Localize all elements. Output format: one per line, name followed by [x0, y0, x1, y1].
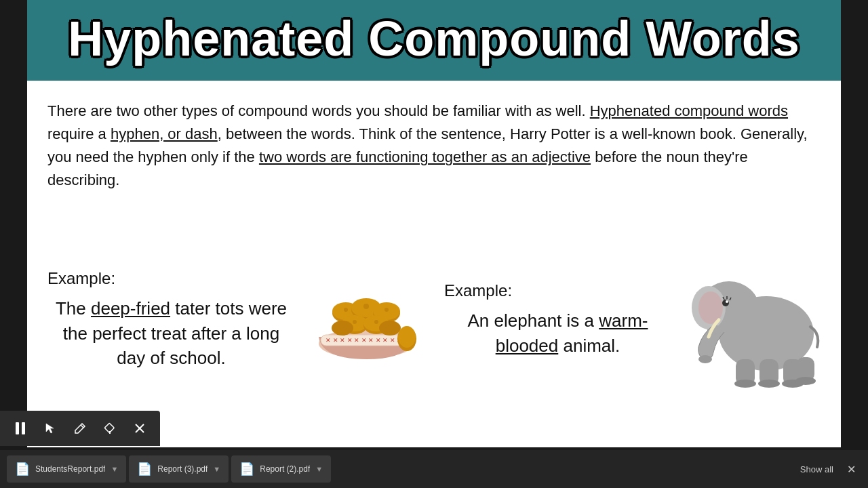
pdf-icon-red-1: 📄	[15, 462, 30, 476]
pdf-icon-red-2: 📄	[137, 462, 152, 476]
example-right-label: Example:	[444, 281, 671, 300]
svg-text:✕ ✕ ✕ ✕ ✕ ✕ ✕ ✕ ✕ ✕ ✕ ✕: ✕ ✕ ✕ ✕ ✕ ✕ ✕ ✕ ✕ ✕ ✕ ✕	[326, 337, 410, 344]
pen-icon	[74, 422, 86, 434]
close-icon	[134, 423, 145, 434]
taskbar-close-3[interactable]: ▼	[315, 465, 323, 473]
link-deep-fried[interactable]: deep-fried	[91, 298, 170, 319]
tater-tots-image: ✕ ✕ ✕ ✕ ✕ ✕ ✕ ✕ ✕ ✕ ✕ ✕	[309, 272, 424, 367]
taskbar-item-students-report[interactable]: 📄 StudentsReport.pdf ▼	[7, 455, 126, 483]
taskbar-close-2[interactable]: ▼	[213, 465, 220, 473]
taskbar-item-report-2[interactable]: 📄 Report (2).pdf ▼	[231, 455, 331, 483]
pdf-icon-blue-1: 📄	[239, 462, 254, 476]
highlighter-button[interactable]	[98, 416, 122, 441]
svg-point-13	[332, 321, 353, 336]
taskbar-close-1[interactable]: ▼	[111, 465, 118, 473]
svg-point-27	[722, 300, 729, 306]
taskbar-close-all-button[interactable]: ✕	[842, 460, 861, 479]
example-right-text: Example: An elephant is a warm-blooded a…	[444, 281, 671, 358]
elephant-image	[685, 259, 821, 381]
svg-point-17	[344, 308, 348, 312]
example-right: Example: An elephant is a warm-blooded a…	[424, 206, 821, 434]
show-all-button[interactable]: Show all	[795, 462, 839, 477]
pen-button[interactable]	[68, 416, 92, 441]
svg-point-36	[795, 377, 816, 385]
svg-point-18	[363, 304, 369, 309]
close-toolbar-button[interactable]	[127, 416, 152, 441]
cursor-icon	[44, 422, 56, 434]
taskbar-label-2: Report (3).pdf	[157, 464, 208, 474]
body-paragraph: There are two other types of compound wo…	[27, 81, 841, 199]
title-banner: Hyphenated Compound Words	[27, 0, 841, 81]
example-right-sentence: An elephant is a warm-blooded animal.	[444, 308, 671, 358]
svg-point-26	[698, 355, 712, 363]
svg-point-28	[726, 300, 728, 303]
pause-button[interactable]	[8, 416, 33, 441]
link-hyphenated-compound[interactable]: Hyphenated compound words	[590, 102, 788, 119]
svg-point-21	[374, 320, 378, 324]
svg-point-33	[734, 380, 756, 388]
svg-point-20	[353, 320, 357, 324]
taskbar: 📄 StudentsReport.pdf ▼ 📄 Report (3).pdf …	[0, 450, 868, 488]
link-two-words[interactable]: two words are functioning together as an…	[259, 148, 591, 165]
example-left-label: Example:	[47, 269, 295, 288]
example-left: Example: The deep-fried tater tots were …	[47, 206, 424, 434]
main-content: Hyphenated Compound Words There are two …	[27, 0, 841, 447]
link-hyphen-dash[interactable]: hyphen, or dash	[111, 125, 218, 142]
svg-point-16	[398, 326, 416, 348]
svg-point-34	[758, 380, 780, 388]
example-left-text: Example: The deep-fried tater tots were …	[47, 269, 295, 370]
highlighter-icon	[104, 422, 116, 434]
example-left-sentence: The deep-fried tater tots were the perfe…	[47, 296, 295, 370]
cursor-button[interactable]	[38, 416, 62, 441]
svg-point-14	[379, 321, 401, 336]
page-title: Hyphenated Compound Words	[47, 12, 821, 66]
taskbar-item-report-3[interactable]: 📄 Report (3).pdf ▼	[129, 455, 229, 483]
svg-point-19	[384, 308, 389, 312]
taskbar-label-3: Report (2).pdf	[260, 464, 310, 474]
presentation-toolbar	[0, 411, 160, 446]
pause-icon	[16, 422, 25, 434]
svg-line-40	[81, 425, 83, 428]
taskbar-label-1: StudentsReport.pdf	[35, 464, 105, 474]
link-warm-blooded[interactable]: warm-blooded	[496, 310, 648, 355]
